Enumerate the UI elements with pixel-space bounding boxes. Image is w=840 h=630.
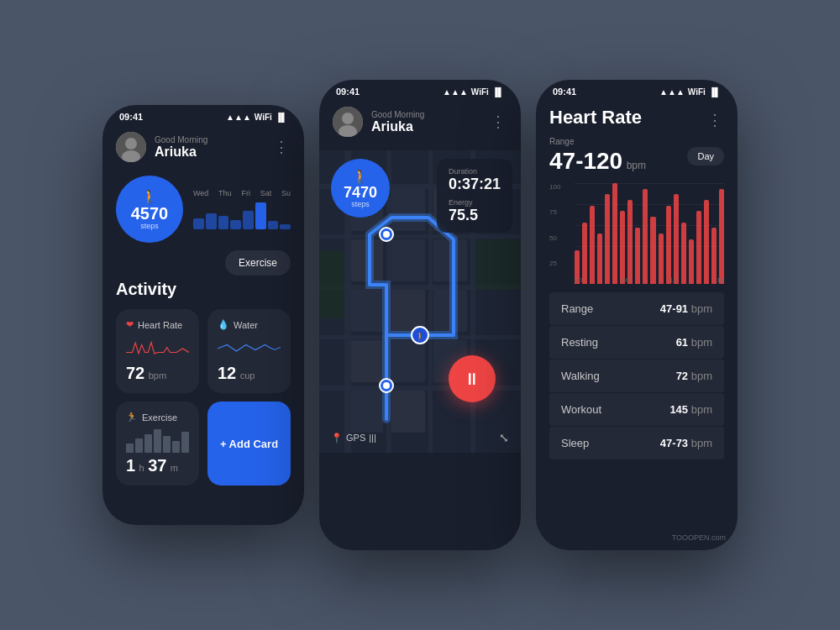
- map-info-panel: Duration 0:37:21 Energy 75.5: [437, 159, 512, 233]
- water-card: 💧 Water 12 cup: [207, 309, 291, 393]
- hr-bar: [605, 194, 610, 284]
- range-area: Range 47-120 bpm: [549, 137, 646, 175]
- menu-dots-right[interactable]: ⋮: [707, 111, 724, 129]
- steps-label-left: steps: [140, 222, 159, 230]
- stat-row: Resting 61 bpm: [549, 326, 724, 359]
- energy-label: Energy: [449, 198, 501, 207]
- x-12: 12: [669, 276, 677, 284]
- stat-name: Resting: [561, 336, 598, 349]
- gps-icon: 📍: [331, 433, 343, 444]
- hr-bar: [643, 189, 648, 284]
- activity-title: Activity: [116, 280, 291, 299]
- y-75: 75: [549, 208, 560, 216]
- stat-value: 47-91 bpm: [660, 302, 712, 315]
- stat-value: 145 bpm: [669, 403, 712, 416]
- week-label-wed: Wed: [193, 189, 208, 197]
- hr-bar: [666, 206, 671, 284]
- stat-value: 47-73 bpm: [660, 437, 712, 449]
- greeting-middle: Good Morning: [371, 110, 424, 119]
- avatar-middle: [333, 107, 363, 137]
- user-name-left: Ariuka: [155, 144, 207, 160]
- walk-icon-m: 🚶: [352, 169, 369, 185]
- svg-point-4: [342, 113, 354, 124]
- wifi-icon: WiFi: [255, 113, 272, 122]
- user-info-left: Good Morning Ariuka: [116, 132, 207, 162]
- y-50: 50: [549, 234, 560, 242]
- bar-chart-week: [193, 202, 291, 229]
- expand-icon[interactable]: ⤡: [499, 431, 509, 444]
- svg-text:🚶: 🚶: [415, 331, 426, 342]
- phones-container: 09:41 ▲▲▲ WiFi ▐▌: [102, 80, 738, 550]
- svg-rect-31: [475, 239, 521, 290]
- steps-circle-middle: 🚶 7470 steps: [331, 159, 390, 218]
- heart-icon: ❤: [126, 319, 134, 330]
- stat-row: Walking 72 bpm: [549, 360, 724, 392]
- menu-dots-middle[interactable]: ⋮: [491, 113, 507, 131]
- week-label-su: Su: [281, 189, 291, 197]
- x-18: 18: [717, 276, 724, 284]
- svg-rect-26: [391, 340, 425, 382]
- hr-range-display: 47-120 bpm: [549, 148, 646, 175]
- x-axis: 00 06 12 18: [575, 276, 724, 284]
- steps-count-left: 4570: [131, 205, 169, 222]
- wifi-icon-r: WiFi: [688, 87, 706, 97]
- hr-bars: [575, 183, 724, 284]
- header-middle: Good Morning Ariuka ⋮: [333, 107, 507, 137]
- bpm-label: bpm: [627, 160, 646, 171]
- stat-value: 72 bpm: [676, 370, 712, 382]
- status-icons-left: ▲▲▲ WiFi ▐▌: [226, 113, 287, 122]
- stat-row: Range 47-91 bpm: [549, 292, 724, 325]
- steps-section-left: 🚶 4570 steps Wed Thu Fri Sat Su: [116, 176, 291, 243]
- status-icons-right: ▲▲▲ WiFi ▐▌: [659, 87, 721, 97]
- hr-bar: [711, 228, 717, 284]
- status-icons-middle: ▲▲▲ WiFi ▐▌: [443, 87, 504, 97]
- svg-rect-20: [391, 239, 425, 281]
- phone-left-content: Good Morning Ariuka ⋮ 🚶 4570 steps Wed T…: [102, 125, 304, 499]
- stat-row: Sleep 47-73 bpm: [549, 427, 724, 459]
- activity-grid: ❤ Heart Rate 72 bpm: [116, 309, 291, 486]
- pause-button[interactable]: ⏸: [449, 355, 496, 402]
- range-label: Range: [549, 137, 646, 146]
- bar-4: [230, 220, 241, 229]
- heart-rate-card-title: ❤ Heart Rate: [126, 319, 189, 330]
- bar-1: [193, 218, 204, 229]
- status-bar-right: 09:41 ▲▲▲ WiFi ▐▌: [536, 80, 738, 100]
- add-card-button[interactable]: + Add Card: [207, 402, 291, 486]
- user-greeting-middle: Good Morning Ariuka: [371, 110, 424, 134]
- stat-name: Walking: [561, 370, 600, 382]
- map-container: 🚶 🚶 7470 steps Duration 0:37:21 Energy 7…: [319, 150, 521, 453]
- y-axis: 100 75 50 25: [549, 183, 560, 267]
- exercise-card: 🏃 Exercise 1 h 3: [116, 402, 199, 486]
- week-label-thu: Thu: [218, 189, 232, 197]
- svg-rect-25: [351, 340, 383, 382]
- battery-icon-r: ▐▌: [709, 87, 721, 97]
- svg-rect-23: [391, 290, 425, 332]
- signal-icon-m: ▲▲▲: [443, 87, 468, 97]
- user-greeting-left: Good Morning Ariuka: [155, 135, 207, 160]
- week-label-fri: Fri: [241, 189, 250, 197]
- week-label-sat: Sat: [260, 189, 272, 197]
- signal-icon: ▲▲▲: [226, 113, 251, 122]
- exercise-value: 1 h 37 m: [126, 456, 189, 475]
- svg-rect-29: [391, 391, 425, 433]
- add-card-text: + Add Card: [220, 438, 278, 450]
- svg-point-35: [383, 382, 390, 389]
- time-middle: 09:41: [336, 87, 360, 97]
- stat-name: Workout: [561, 403, 601, 416]
- bar-2: [206, 213, 217, 229]
- day-button[interactable]: Day: [687, 147, 724, 165]
- greeting-text-left: Good Morning: [155, 135, 207, 144]
- x-06: 06: [622, 276, 629, 284]
- duration-value: 0:37:21: [449, 176, 501, 193]
- hr-title-area: Heart Rate: [549, 107, 642, 134]
- range-row: Range 47-120 bpm Day: [549, 137, 724, 175]
- signal-icon-r: ▲▲▲: [659, 87, 685, 97]
- hr-chart-area: 100 75 50 25 00 06 12: [549, 183, 724, 284]
- x-00: 00: [575, 276, 582, 284]
- battery-icon: ▐▌: [276, 113, 287, 122]
- exercise-button-left[interactable]: Exercise: [225, 250, 291, 276]
- svg-rect-9: [428, 150, 433, 453]
- hr-bar: [627, 200, 633, 284]
- steps-circle-left: 🚶 4570 steps: [116, 176, 183, 243]
- menu-dots-left[interactable]: ⋮: [274, 138, 291, 156]
